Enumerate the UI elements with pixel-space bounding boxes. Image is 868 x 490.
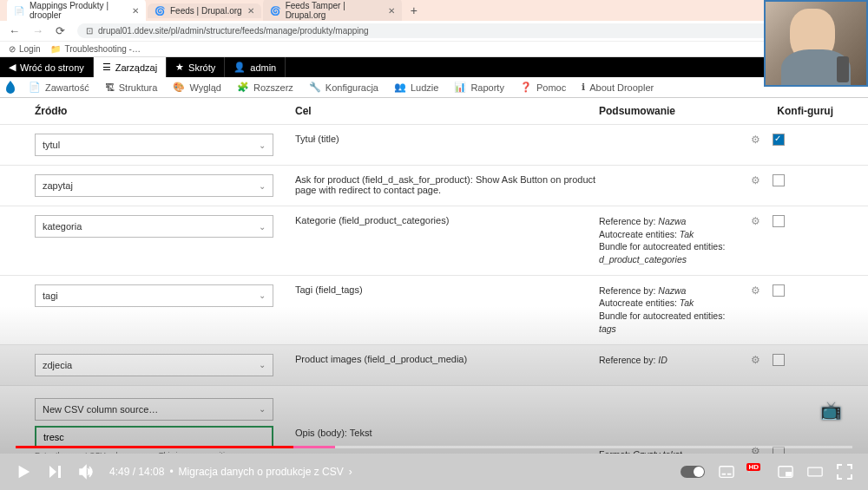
drupal-toolbar: ◀ Wróć do strony ☰ Zarządzaj ★ Skróty 👤 … (0, 57, 868, 77)
sub-about[interactable]: ℹ About Droopler (574, 77, 661, 97)
target-label: Tytuł (title) (295, 134, 599, 144)
tv-icon: 📺 (820, 400, 842, 421)
chevron-down-icon: ⌄ (259, 404, 266, 414)
play-button[interactable] (16, 464, 31, 480)
fullscreen-button[interactable] (837, 464, 852, 480)
miniplayer-button[interactable] (778, 464, 793, 480)
col-config: Konfi-guruj (738, 105, 833, 117)
bookmark-login[interactable]: ⊘ Login (9, 44, 40, 54)
forward-button[interactable]: → (32, 24, 43, 37)
checkbox[interactable] (773, 174, 785, 186)
svg-rect-7 (808, 467, 822, 476)
summary-text: Reference by: NazwaAutocreate entities: … (599, 215, 738, 266)
col-source: Źródło (35, 105, 295, 117)
tab-1[interactable]: 🌀Feeds | Drupal.org✕ (148, 3, 261, 18)
new-source-input[interactable] (35, 426, 273, 448)
chevron-right-icon: › (349, 466, 352, 478)
toolbar-shortcuts[interactable]: ★ Skróty (167, 57, 225, 77)
mapping-row: zapytaj⌄ Ask for product (field_d_ask_fo… (0, 165, 868, 206)
mapping-row: tytul⌄ Tytuł (title) ⚙ (0, 124, 868, 165)
summary-text: Reference by: NazwaAutocreate entities: … (599, 284, 738, 336)
theater-button[interactable] (807, 464, 823, 480)
col-target: Cel (295, 105, 599, 117)
captions-button[interactable] (719, 464, 734, 480)
tab-2[interactable]: 🌀Feeds Tamper | Drupal.org✕ (263, 0, 402, 21)
mapping-row: zdjecia⌄ Product images (field_d_product… (0, 344, 868, 385)
source-select[interactable]: zapytaj⌄ (35, 174, 273, 197)
target-label: Product images (field_d_product_media) (295, 354, 599, 364)
settings-button[interactable]: HD (748, 464, 764, 480)
autoplay-toggle[interactable] (681, 466, 705, 478)
mapping-row: tagi⌄ Tagi (field_tags) Reference by: Na… (0, 275, 868, 344)
mapping-table: Źródło Cel Podsumowanie Konfi-guruj tytu… (0, 98, 868, 454)
gear-icon[interactable]: ⚙ (738, 174, 773, 186)
target-label: Opis (body): Tekst (295, 398, 599, 438)
new-source-select[interactable]: New CSV column source…⌄ (35, 398, 273, 421)
svg-rect-1 (722, 474, 727, 475)
target-label: Kategorie (field_product_categories) (295, 215, 599, 225)
checkbox[interactable] (773, 134, 785, 146)
target-label: Tagi (field_tags) (295, 284, 599, 295)
mapping-row: kategoria⌄ Kategorie (field_product_cate… (0, 206, 868, 275)
gear-icon[interactable]: ⚙ (738, 354, 773, 366)
svg-point-4 (749, 472, 750, 473)
chevron-down-icon: ⌄ (259, 222, 266, 232)
reload-button[interactable]: ⟳ (56, 24, 65, 37)
sub-raporty[interactable]: 📊 Raporty (446, 77, 512, 97)
bookmarks-bar: ⊘ Login 📁 Troubleshooting -… (0, 42, 868, 57)
mapping-row-new: New CSV column source…⌄ Enter the exact … (0, 385, 868, 454)
chevron-down-icon: ⌄ (259, 291, 266, 300)
close-icon[interactable]: ✕ (388, 6, 395, 16)
sub-ludzie[interactable]: 👥 Ludzie (386, 77, 446, 97)
chevron-down-icon: ⌄ (259, 360, 266, 369)
microphone-icon (837, 56, 849, 82)
sub-konfiguracja[interactable]: 🔧 Konfiguracja (301, 77, 386, 97)
browser-tabs: 📄Mappings Produkty | droopler✕ 🌀Feeds | … (0, 0, 868, 21)
checkbox[interactable] (773, 215, 785, 227)
svg-rect-6 (786, 472, 792, 476)
chevron-down-icon: ⌄ (259, 181, 266, 191)
gear-icon[interactable]: ⚙ (738, 215, 773, 227)
sub-wyglad[interactable]: 🎨 Wygląd (165, 77, 229, 97)
video-progress[interactable] (16, 446, 852, 448)
close-icon[interactable]: ✕ (247, 6, 254, 16)
table-header: Źródło Cel Podsumowanie Konfi-guruj (0, 98, 868, 124)
webcam-overlay (764, 0, 868, 87)
sub-pomoc[interactable]: ❓ Pomoc (512, 77, 574, 97)
svg-rect-0 (720, 467, 733, 478)
source-select[interactable]: zdjecia⌄ (35, 354, 273, 376)
target-label: Ask for product (field_d_ask_for_product… (295, 174, 599, 195)
gear-icon[interactable]: ⚙ (738, 134, 773, 146)
new-tab-button[interactable]: + (404, 3, 424, 17)
video-controls: 4:49 / 14:08•Migracja danych o produkcje… (0, 454, 868, 490)
col-summary: Podsumowanie (599, 105, 738, 117)
video-time-title: 4:49 / 14:08•Migracja danych o produkcje… (109, 466, 352, 478)
gear-icon[interactable]: ⚙ (738, 284, 773, 297)
toolbar-back[interactable]: ◀ Wróć do strony (0, 57, 94, 77)
chevron-down-icon: ⌄ (259, 140, 266, 150)
back-button[interactable]: ← (9, 24, 20, 37)
close-icon[interactable]: ✕ (132, 6, 139, 16)
source-select[interactable]: tytul⌄ (35, 134, 273, 156)
tab-0[interactable]: 📄Mappings Produkty | droopler✕ (7, 0, 146, 21)
toolbar-manage[interactable]: ☰ Zarządzaj (94, 57, 167, 77)
sub-zawartosc[interactable]: 📄 Zawartość (21, 77, 97, 97)
sub-rozszerz[interactable]: 🧩 Rozszerz (229, 77, 301, 97)
drupal-subtoolbar: 📄 Zawartość 🏗 Struktura 🎨 Wygląd 🧩 Rozsz… (0, 77, 868, 98)
url-bar[interactable]: ⊡drupal01.ddev.site/pl/admin/structure/f… (77, 23, 859, 38)
sub-struktura[interactable]: 🏗 Struktura (97, 77, 166, 97)
next-button[interactable] (47, 464, 62, 480)
source-select[interactable]: kategoria⌄ (35, 215, 273, 238)
svg-rect-2 (727, 474, 732, 475)
source-select[interactable]: tagi⌄ (35, 284, 273, 307)
checkbox[interactable] (773, 354, 785, 366)
summary-text: Reference by: ID (599, 354, 738, 367)
toolbar-user[interactable]: 👤 admin (225, 57, 286, 77)
bookmark-trouble[interactable]: 📁 Troubleshooting -… (50, 44, 140, 54)
drupal-logo-icon[interactable] (0, 77, 21, 98)
browser-navbar: ← → ⟳ ⊡drupal01.ddev.site/pl/admin/struc… (0, 21, 868, 42)
checkbox[interactable] (773, 284, 785, 297)
volume-button[interactable] (78, 464, 94, 480)
